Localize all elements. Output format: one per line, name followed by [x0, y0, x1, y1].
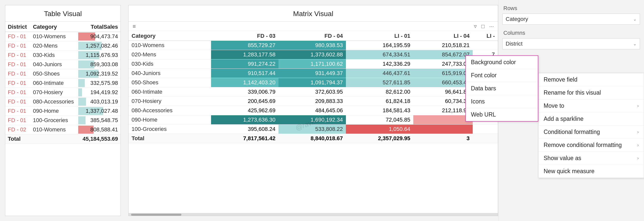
- matrix-total-cell: [473, 134, 498, 143]
- matrix-cell: 395,608.24: [211, 125, 278, 134]
- table-visual-panel: Table Visual District Category TotalSale…: [5, 5, 121, 216]
- table-container[interactable]: District Category TotalSales FD - 01010-…: [5, 22, 120, 216]
- matrix-col-li-extra: LI -: [473, 31, 498, 41]
- right-panel: Rows Category ⌄ Columns District ⌄ Value…: [498, 0, 644, 221]
- matrix-cell: 209,883.33: [278, 97, 346, 106]
- sub-menu-data-bars-label: Data bars: [471, 85, 496, 92]
- col-category: Category: [30, 22, 78, 32]
- matrix-thead: Category FD - 03 FD - 04 LI - 01 LI - 04…: [129, 31, 498, 41]
- table-cell-district: FD - 01: [5, 69, 30, 79]
- table-cell-category: 070-Hosiery: [30, 88, 78, 97]
- table-row: FD - 01050-Shoes1,092,319.52: [5, 69, 120, 79]
- expand-icon[interactable]: □: [481, 23, 485, 30]
- menu-item-remove-conditional-formatting[interactable]: Remove conditional formatting ›: [539, 139, 644, 152]
- matrix-cell: 020-Mens: [129, 50, 211, 59]
- menu-item-move-to[interactable]: Move to ›: [539, 99, 644, 113]
- filter-icon[interactable]: ▿: [474, 23, 477, 30]
- rows-field-box[interactable]: Category ⌄: [502, 14, 640, 25]
- remove-cf-chevron-icon: ›: [637, 142, 639, 148]
- table-cell-sales: 808,588.41: [78, 125, 120, 134]
- matrix-cell: 82,612.00: [346, 87, 413, 97]
- matrix-scrollbar[interactable]: [129, 213, 498, 216]
- matrix-cell: 100-Groceries: [129, 125, 211, 134]
- menu-item-new-quick-measure[interactable]: New quick measure: [539, 165, 644, 178]
- matrix-cell: 142,336.29: [346, 59, 413, 69]
- main-area: Table Visual District Category TotalSale…: [0, 0, 498, 221]
- matrix-row: 100-Groceries395,608.24533,808.221,050.6…: [129, 125, 498, 134]
- matrix-cell: 200,645.69: [211, 97, 278, 106]
- matrix-cell: 674,334.51: [346, 50, 413, 59]
- table-cell-category: 010-Womens: [30, 32, 78, 41]
- table-cell-sales: 332,575.98: [78, 79, 120, 88]
- table-cell-district: FD - 01: [5, 51, 30, 60]
- matrix-col-category: Category: [129, 31, 211, 41]
- sub-menu-icons[interactable]: Icons: [466, 95, 538, 108]
- table-row: FD - 01060-Intimate332,575.98: [5, 79, 120, 88]
- table-cell-district: FD - 01: [5, 97, 30, 106]
- matrix-visual-title: Matrix Visual: [129, 5, 498, 22]
- matrix-table-wrapper: @ravikirans Category FD - 03 FD - 04 LI …: [129, 31, 498, 213]
- matrix-cell: 030-Kids: [129, 59, 211, 69]
- menu-item-rename[interactable]: Rename for this visual: [539, 86, 644, 99]
- menu-item-show-value-as[interactable]: Show value as ›: [539, 152, 644, 165]
- menu-item-remove-field-label: Remove field: [544, 76, 577, 83]
- table-cell-sales: 1,115,676.93: [78, 51, 120, 60]
- matrix-cell: 210,518.21: [413, 41, 473, 50]
- matrix-cell: 980,938.53: [278, 41, 346, 50]
- matrix-row: 060-Intimate339,006.79372,603.9582,612.0…: [129, 87, 498, 97]
- col-totalsales: TotalSales: [78, 22, 120, 32]
- table-row: FD - 01020-Mens1,257,082.46: [5, 41, 120, 51]
- hamburger-icon[interactable]: ≡: [133, 23, 136, 30]
- matrix-cell: 615,919.05: [413, 69, 473, 78]
- context-menu: Remove field Rename for this visual Move…: [538, 73, 644, 178]
- matrix-scrollbar-thumb: [131, 214, 181, 216]
- table-cell-category: 060-Intimate: [30, 79, 78, 88]
- matrix-cell: 050-Shoes: [129, 78, 211, 87]
- sub-menu-data-bars[interactable]: Data bars: [466, 82, 538, 95]
- matrix-cell: 660,453.42: [413, 78, 473, 87]
- sub-menu-font-color[interactable]: Font color: [466, 69, 538, 82]
- matrix-cell: 1,273,636.30: [211, 115, 278, 125]
- sub-menu-font-color-label: Font color: [471, 72, 497, 79]
- table-cell-district: FD - 01: [5, 60, 30, 69]
- menu-item-conditional-formatting[interactable]: Conditional formatting ›: [539, 126, 644, 139]
- menu-item-remove-field[interactable]: Remove field: [539, 73, 644, 86]
- matrix-cell: 1,373,602.88: [278, 50, 346, 59]
- matrix-col-li04: LI - 04: [413, 31, 473, 41]
- sub-menu-icons-label: Icons: [471, 98, 485, 105]
- matrix-row: 090-Home1,273,636.301,690,192.3472,045.8…: [129, 115, 498, 125]
- col-district: District: [5, 22, 30, 32]
- table-row: FD - 01040-Juniors859,303.08: [5, 60, 120, 69]
- matrix-cell: 72,045.85: [346, 115, 413, 125]
- table-cell-category: 040-Juniors: [30, 60, 78, 69]
- matrix-cell: 1,171,100.62: [278, 59, 346, 69]
- sub-menu-background-color[interactable]: Background color: [466, 56, 538, 69]
- table-total-value: 45,184,553.69: [78, 134, 120, 144]
- table-row: FD - 02010-Womens808,588.41: [5, 125, 120, 134]
- table-cell-sales: 194,419.92: [78, 88, 120, 97]
- menu-item-new-quick-measure-label: New quick measure: [544, 168, 594, 175]
- table-cell-sales: 403,013.19: [78, 97, 120, 106]
- table-cell-category: 100-Groceries: [30, 116, 78, 125]
- table-total-row: Total45,184,553.69: [5, 134, 120, 144]
- matrix-row: 030-Kids991,274.221,171,100.62142,336.29…: [129, 59, 498, 69]
- table-cell-category: 020-Mens: [30, 41, 78, 51]
- columns-field-box[interactable]: District ⌄: [502, 38, 640, 49]
- matrix-cell: 527,611.85: [346, 78, 413, 87]
- matrix-cell: 010-Womens: [129, 41, 211, 50]
- table-cell-category: 030-Kids: [30, 51, 78, 60]
- table-cell-category: 050-Shoes: [30, 69, 78, 79]
- matrix-total-row: Total7,817,561.428,840,018.672,357,029.9…: [129, 134, 498, 143]
- matrix-cell: 533,808.22: [278, 125, 346, 134]
- ellipsis-icon[interactable]: ···: [489, 23, 494, 30]
- matrix-cell: 854,672.07: [413, 50, 473, 59]
- table-cell-sales: 385,548.75: [78, 116, 120, 125]
- matrix-row: 020-Mens1,283,177.581,373,602.88674,334.…: [129, 50, 498, 59]
- matrix-cell: [413, 125, 473, 134]
- sub-context-menu: Background color Font color Data bars Ic…: [465, 55, 538, 122]
- matrix-cell: 1,690,192.34: [278, 115, 346, 125]
- sub-menu-web-url[interactable]: Web URL: [466, 108, 538, 121]
- matrix-cell: [473, 41, 498, 50]
- table-cell-district: FD - 01: [5, 106, 30, 116]
- menu-item-add-sparkline[interactable]: Add a sparkline: [539, 113, 644, 126]
